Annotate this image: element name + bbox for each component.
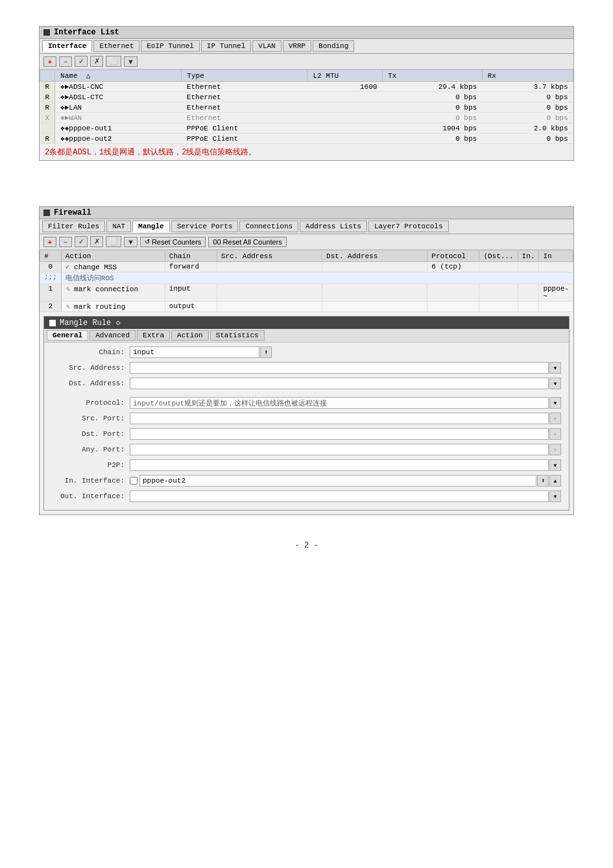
- table-row[interactable]: R ❖►ADSL-CTC Ethernet 0 bps 0 bps: [40, 92, 573, 102]
- tab-ethernet[interactable]: Ethernet: [93, 40, 139, 52]
- row-rx: 0 bps: [482, 102, 573, 113]
- any-port-dropdown[interactable]: ▼: [549, 444, 561, 455]
- any-port-label: Any. Port:: [52, 446, 130, 453]
- row-type: Ethernet: [182, 82, 307, 92]
- tab-bonding[interactable]: Bonding: [313, 40, 354, 52]
- in-interface-checkbox[interactable]: [130, 477, 138, 485]
- tab-mangle[interactable]: Mangle: [132, 221, 170, 232]
- tab-vrrp[interactable]: VRRP: [283, 40, 311, 52]
- out-interface-row: Out. Interface: ▼: [52, 490, 561, 502]
- reset-counters-button[interactable]: ↺ Reset Counters: [140, 237, 206, 247]
- chain-input[interactable]: [130, 346, 259, 358]
- protocol-input[interactable]: [130, 397, 549, 409]
- row-dst-port: [479, 284, 518, 302]
- remove-button[interactable]: −: [59, 56, 72, 67]
- fw-filter-button[interactable]: ▼: [124, 237, 138, 247]
- tab-eoip-tunnel[interactable]: EoIP Tunnel: [141, 40, 200, 52]
- mangle-tab-action[interactable]: Action: [171, 330, 209, 341]
- row-l2mtu: [307, 113, 382, 123]
- src-port-input[interactable]: [130, 413, 549, 424]
- row-in2: [539, 262, 573, 272]
- mangle-rule-tabs: General Advanced Extra Action Statistics: [44, 329, 569, 343]
- fw-cross-button[interactable]: ✗: [90, 236, 103, 247]
- table-row[interactable]: 0 ✓ change MSS forward 6 (tcp): [40, 262, 573, 272]
- dst-address-dropdown[interactable]: ▼: [549, 378, 561, 389]
- in-interface-up-btn[interactable]: ▲: [549, 475, 561, 487]
- row-in2: [539, 302, 573, 312]
- col-chain: Chain: [165, 250, 217, 262]
- row-chain: input: [165, 284, 217, 302]
- table-row[interactable]: ❖◈pppoe-out1 PPPoE Client 1904 bps 2.0 k…: [40, 123, 573, 134]
- in-interface-select-btn[interactable]: ⬆: [537, 475, 549, 487]
- table-row[interactable]: 2 ✎ mark routing output: [40, 302, 573, 312]
- tab-filter-rules[interactable]: Filter Rules: [42, 221, 105, 232]
- tab-vlan[interactable]: VLAN: [252, 40, 281, 52]
- dst-port-input[interactable]: [130, 428, 549, 440]
- fw-check-button[interactable]: ✓: [75, 236, 88, 247]
- src-address-dropdown[interactable]: ▼: [549, 362, 561, 374]
- row-src: [217, 262, 322, 272]
- tab-nat[interactable]: NAT: [106, 221, 131, 232]
- interface-list-title: Interface List: [54, 28, 119, 37]
- src-address-input[interactable]: [130, 362, 549, 374]
- any-port-input[interactable]: [130, 444, 549, 455]
- mangle-tab-general[interactable]: General: [47, 330, 88, 341]
- row-tx: 0 bps: [382, 134, 482, 144]
- mangle-tab-extra[interactable]: Extra: [137, 330, 170, 341]
- src-address-label: Src. Address:: [52, 364, 130, 372]
- protocol-dropdown[interactable]: ▼: [549, 397, 561, 409]
- add-button[interactable]: +: [43, 56, 56, 67]
- protocol-label: Protocol:: [52, 399, 130, 407]
- mangle-rule-subpanel: Mangle Rule ◇ General Advanced Extra Act…: [43, 316, 570, 511]
- reset-all-counters-button[interactable]: 00 Reset All Counters: [208, 237, 286, 247]
- tab-layer7[interactable]: Layer7 Protocols: [368, 221, 449, 232]
- table-row[interactable]: X ❖►WAN Ethernet 0 bps 0 bps: [40, 113, 573, 123]
- table-row[interactable]: R ❖◈pppoe-out2 PPPoE Client 0 bps 0 bps: [40, 134, 573, 144]
- cross-button[interactable]: ✗: [90, 56, 103, 67]
- dst-address-input[interactable]: [130, 378, 549, 389]
- src-port-dropdown[interactable]: ▼: [549, 413, 561, 424]
- dst-port-dropdown[interactable]: ▼: [549, 428, 561, 440]
- row-flag: R: [40, 82, 55, 92]
- mangle-tab-advanced[interactable]: Advanced: [90, 330, 136, 341]
- col-l2mtu: L2 MTU: [307, 70, 382, 82]
- row-protocol: 6 (tcp): [427, 262, 479, 272]
- out-interface-input[interactable]: [130, 490, 549, 502]
- p2p-input[interactable]: [130, 459, 549, 471]
- dst-address-label: Dst. Address:: [52, 380, 130, 387]
- interface-list-title-bar: Interface List: [40, 27, 573, 39]
- row-dst: [322, 284, 427, 302]
- fw-add-button[interactable]: +: [43, 237, 56, 247]
- chain-select-btn[interactable]: ⬆: [260, 346, 272, 358]
- tab-address-lists[interactable]: Address Lists: [300, 221, 367, 232]
- row-type: Ethernet: [182, 92, 307, 102]
- tab-service-ports[interactable]: Service Ports: [171, 221, 239, 232]
- table-row[interactable]: R ❖►ADSL-CNC Ethernet 1600 29.4 kbps 3.7…: [40, 82, 573, 92]
- tab-connections[interactable]: Connections: [239, 221, 298, 232]
- tab-ip-tunnel[interactable]: IP Tunnel: [201, 40, 251, 52]
- fw-copy-button[interactable]: ⬜: [106, 236, 121, 247]
- copy-button[interactable]: ⬜: [106, 56, 121, 67]
- pencil-icon2: ✎: [66, 303, 70, 311]
- table-row[interactable]: 1 ✎ mark connection input pppoe-~: [40, 284, 573, 302]
- row-tx: 0 bps: [382, 102, 482, 113]
- col-dst-port: ⟨Dst...: [479, 250, 518, 262]
- row-type: PPPoE Client: [182, 134, 307, 144]
- row-in-if: [518, 262, 539, 272]
- mangle-tab-statistics[interactable]: Statistics: [210, 330, 265, 341]
- fw-remove-button[interactable]: −: [59, 237, 72, 247]
- row-rx: 0 bps: [482, 92, 573, 102]
- check-button[interactable]: ✓: [75, 56, 88, 67]
- mangle-rule-icon: [49, 320, 56, 326]
- tab-interface[interactable]: Interface: [42, 40, 92, 52]
- in-interface-input[interactable]: [139, 475, 536, 487]
- p2p-dropdown[interactable]: ▼: [549, 459, 561, 471]
- row-flag: R: [40, 92, 55, 102]
- row-name: ❖◈pppoe-out2: [55, 134, 182, 144]
- col-num: #: [40, 250, 62, 262]
- row-protocol: [427, 302, 479, 312]
- filter-button[interactable]: ▼: [124, 56, 138, 67]
- table-row[interactable]: R ❖►LAN Ethernet 0 bps 0 bps: [40, 102, 573, 113]
- out-interface-dropdown[interactable]: ▼: [549, 490, 561, 502]
- row-dst-port: [479, 302, 518, 312]
